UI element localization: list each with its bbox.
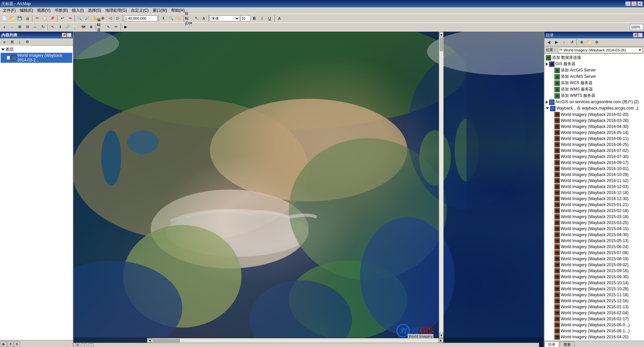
map-scrollbar-h[interactable]: ◀ ▶: [147, 338, 443, 343]
cat-wayback-item-34[interactable]: 🗺 World Imagery (Wayback 2016-02-17): [545, 316, 643, 322]
menu-select[interactable]: 选择(S): [86, 7, 103, 14]
cat-wayback-item-5[interactable]: 🗺 World Imagery (Wayback 2014-06-25): [545, 142, 643, 148]
cat-wayback-item-35[interactable]: 🗺 World Imagery (Wayback 2016-06-0...): [545, 322, 643, 328]
cat-wayback-item-9[interactable]: 🗺 World Imagery (Wayback 2014-10-01): [545, 166, 643, 172]
toc-list-btn[interactable]: ≡: [1, 38, 8, 46]
cat-wayback-item-31[interactable]: 🗺 World Imagery (Wayback 2015-12-16): [545, 298, 643, 304]
cat-wayback-item-2[interactable]: 🗺 World Imagery (Wayback 2014-04-30): [545, 124, 643, 130]
cat-wayback-item-17[interactable]: 🗺 World Imagery (Wayback 2015-03-18): [545, 214, 643, 220]
overview-btn[interactable]: ⊞: [75, 343, 80, 347]
menu-customize[interactable]: 自定义(C): [129, 7, 151, 14]
cat-wayback-item-8[interactable]: 🗺 World Imagery (Wayback 2014-09-17): [545, 160, 643, 166]
menu-insert[interactable]: 插入(I): [70, 7, 86, 14]
print-btn[interactable]: 🖨: [24, 15, 31, 22]
underline-btn[interactable]: U: [266, 15, 273, 22]
menu-help[interactable]: 帮助(H): [169, 7, 187, 14]
cat-wayback-item-18[interactable]: 🗺 World Imagery (Wayback 2015-03-25): [545, 220, 643, 226]
scroll-thumb-h[interactable]: [153, 339, 180, 342]
toc-bottom-btn3[interactable]: ⊕: [14, 341, 20, 347]
zoom-in2[interactable]: +: [1, 23, 8, 31]
copy-btn[interactable]: 📋: [41, 15, 48, 22]
toc-bottom-btn1[interactable]: ▶: [1, 341, 7, 347]
scale-btn[interactable]: |: [82, 343, 87, 347]
undo-btn[interactable]: ↩: [58, 15, 66, 22]
cat-add-wms[interactable]: ⊕ 添加 WMS 服务器: [545, 86, 643, 93]
rotate-btn[interactable]: ↻: [39, 23, 46, 31]
cat-wayback-item-0[interactable]: 🗺 World Imagery (Wayback 2014-02-20): [545, 112, 643, 118]
bold-btn[interactable]: B: [251, 15, 258, 22]
scroll-thumb-v[interactable]: [440, 38, 443, 51]
toc-close-btn[interactable]: ✕: [67, 33, 72, 37]
scroll-left-btn[interactable]: ◀: [147, 339, 152, 343]
cut-btn[interactable]: ✂: [33, 15, 41, 22]
html-popup-btn[interactable]: 📰: [72, 23, 79, 31]
select-tool[interactable]: ↖: [192, 15, 200, 22]
toc-pin-btn[interactable]: 📌: [62, 33, 67, 37]
catalog-pin-btn[interactable]: 📌: [633, 33, 638, 37]
zoom-out2[interactable]: -: [8, 23, 16, 31]
cat-wayback-item-16[interactable]: 🗺 World Imagery (Wayback 2015-02-18): [545, 208, 643, 214]
cat-wayback-item-6[interactable]: 🗺 World Imagery (Wayback 2014-07-02): [545, 148, 643, 154]
cat-gis-servers[interactable]: 🖥 GIS 服务器: [545, 61, 643, 67]
cat-wayback-item-26[interactable]: 🗺 World Imagery (Wayback 2015-09-16): [545, 268, 643, 274]
cat-add-arcgis[interactable]: ⊕ 添加 ArcGIS Server: [545, 67, 643, 73]
location-dropdown-btn[interactable]: ▼: [638, 48, 642, 52]
cat-wayback-item-25[interactable]: 🗺 World Imagery (Wayback 2015-09-02): [545, 262, 643, 268]
catalog-up-btn[interactable]: ↑: [560, 39, 568, 46]
goto-xy-btn[interactable]: ⊕: [87, 23, 95, 31]
location-bar[interactable]: 🗺 ▼: [558, 47, 643, 53]
text-tool[interactable]: A: [200, 15, 208, 22]
minimize-button[interactable]: ─: [625, 1, 631, 6]
catalog-options-btn[interactable]: ⚙: [593, 39, 601, 46]
italic-btn[interactable]: I: [258, 15, 266, 22]
catalog-new-btn[interactable]: 📁: [586, 39, 593, 46]
magnifier-btn[interactable]: 🔍: [88, 343, 94, 347]
cat-wayback-item-13[interactable]: 🗺 World Imagery (Wayback 2014-12-18): [545, 190, 643, 196]
redo-btn[interactable]: ↪: [66, 15, 74, 22]
menu-edit[interactable]: 编辑(E): [18, 7, 35, 14]
font-size-input[interactable]: [240, 15, 250, 21]
cat-wayback-item-4[interactable]: 🗺 World Imagery (Wayback 2014-06-11): [545, 136, 643, 142]
measure-btn[interactable]: 📏: [175, 15, 182, 22]
cat-wayback-item-10[interactable]: 🗺 World Imagery (Wayback 2014-10-29): [545, 172, 643, 178]
fixed-zoom-in[interactable]: ⊞: [16, 23, 23, 31]
cat-add-arcims[interactable]: ⊕ 添加 ArcIMS Server: [545, 73, 643, 80]
editor-dropdown[interactable]: 编辑器(R)▾: [97, 23, 104, 31]
sketch-tool[interactable]: ✏: [112, 23, 120, 31]
toc-bottom-btn2[interactable]: ⏸: [7, 341, 13, 347]
close-button[interactable]: ✕: [637, 1, 643, 6]
cat-add-db[interactable]: ⊕ 添加 数据库连接: [545, 54, 643, 61]
toc-options-btn[interactable]: ⚙: [24, 38, 31, 46]
map-area[interactable]: 刘 刘 GIS World Imagery ▲ ▼ ◀ ▶ ⊞ | 🔍: [74, 32, 544, 347]
catalog-forward-btn[interactable]: ▶: [553, 39, 560, 46]
cat-wayback-item-30[interactable]: 🗺 World Imagery (Wayback 2015-11-18): [545, 292, 643, 298]
cat-wayback-item-14[interactable]: 🗺 World Imagery (Wayback 2014-12-30): [545, 196, 643, 202]
scroll-down-btn[interactable]: ▼: [439, 333, 443, 338]
cat-arcgis-online[interactable]: 🌐 ArcGIS on services.arcgisonline.com (用…: [545, 99, 643, 105]
zoom-out-btn[interactable]: 🔎: [84, 15, 91, 22]
cat-wayback-item-23[interactable]: 🗺 World Imagery (Wayback 2015-07-08): [545, 250, 643, 256]
cat-wayback-item-22[interactable]: 🗺 World Imagery (Wayback 2015-06-24): [545, 244, 643, 250]
catalog-refresh-btn[interactable]: ↺: [568, 39, 575, 46]
catalog-connect-btn[interactable]: ⊕: [578, 39, 585, 46]
map-scrollbar-v[interactable]: ▲ ▼: [439, 32, 443, 338]
catalog-back-btn[interactable]: ◀: [545, 39, 552, 46]
select-arrow[interactable]: ↖: [49, 23, 56, 31]
cat-wayback-item-11[interactable]: 🗺 World Imagery (Wayback 2014-11-12): [545, 178, 643, 184]
cat-wayback-item-12[interactable]: 🗺 World Imagery (Wayback 2014-12-03): [545, 184, 643, 190]
cat-wayback-item-21[interactable]: 🗺 World Imagery (Wayback 2015-05-13): [545, 238, 643, 244]
cat-wayback[interactable]: 🌐 Wayback，在 wayback.maptiles.arcgis.com …: [545, 105, 643, 112]
cat-wayback-item-24[interactable]: 🗺 World Imagery (Wayback 2015-08-19): [545, 256, 643, 262]
menu-geoprocessing[interactable]: 地理处理(G): [103, 7, 129, 14]
identify-btn[interactable]: ℹ: [160, 15, 167, 22]
prev-extent-btn[interactable]: ◁: [107, 15, 114, 22]
scroll-right-btn[interactable]: ▶: [438, 339, 443, 343]
cat-wayback-item-37[interactable]: 🗺 World Imagery (Wayback 2016-04-20): [545, 334, 643, 340]
cat-wayback-item-29[interactable]: 🗺 World Imagery (Wayback 2015-10-28): [545, 286, 643, 292]
cat-wayback-item-15[interactable]: 🗺 World Imagery (Wayback 2015-01-21): [545, 202, 643, 208]
maximize-button[interactable]: □: [631, 1, 637, 6]
layer-checkbox[interactable]: ✓: [7, 56, 10, 60]
scale-input[interactable]: [124, 15, 157, 21]
cat-add-wcs[interactable]: ⊕ 添加 WCS 服务器: [545, 80, 643, 86]
font-select[interactable]: 宋体: [210, 15, 240, 21]
